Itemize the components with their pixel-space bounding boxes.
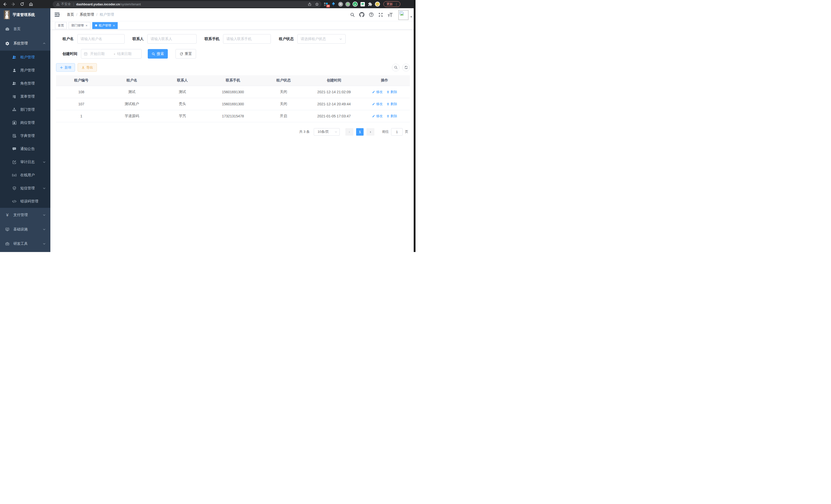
edit-link[interactable]: 修改 — [372, 102, 383, 106]
help-icon[interactable] — [369, 12, 374, 17]
user-avatar-menu[interactable]: ▾ — [398, 9, 412, 20]
next-page-button[interactable]: › — [366, 128, 374, 136]
mobile-input[interactable]: 请输入联系手机 — [223, 34, 271, 44]
calendar-icon — [84, 52, 88, 56]
extension-pixel-icon[interactable]: 10 — [323, 2, 328, 7]
breadcrumb-system[interactable]: 系统管理 — [80, 12, 94, 17]
sidebar-item-label: 支付管理 — [13, 213, 28, 217]
breadcrumb-home[interactable]: 首页 — [67, 12, 74, 17]
sidebar-item-home[interactable]: 首页 — [0, 22, 50, 36]
payment-yuan-icon: ¥ — [5, 213, 9, 217]
browser-home-icon[interactable] — [28, 2, 33, 7]
delete-link[interactable]: 删除 — [386, 114, 397, 118]
table-refresh-icon[interactable] — [402, 64, 410, 71]
sidebar-item-tenant-management[interactable]: 租户管理 — [0, 51, 50, 64]
extension-chat-icon[interactable] — [360, 2, 365, 7]
sidebar-item-post-management[interactable]: 岗位管理 — [0, 116, 50, 129]
browser-back-icon[interactable] — [2, 2, 7, 7]
sidebar-item-dictionary-management[interactable]: 字典管理 — [0, 129, 50, 142]
infrastructure-icon — [5, 227, 9, 232]
tenant-status-label: 租户状态 — [279, 36, 294, 41]
col-status: 租户状态 — [258, 75, 309, 86]
sidebar-collapse-icon[interactable] — [54, 12, 60, 18]
goto-page-input[interactable]: 1 — [391, 128, 403, 136]
sidebar-item-dev-tools[interactable]: 研发工具 — [0, 237, 50, 251]
create-time-range-picker[interactable]: 开始日期 - 结束日期 — [81, 49, 142, 59]
error-code-icon — [12, 200, 17, 203]
profile-avatar-icon[interactable] — [375, 2, 380, 7]
edit-link[interactable]: 修改 — [372, 90, 383, 94]
sidebar-item-user-management[interactable]: 用户管理 — [0, 64, 50, 77]
header-search-icon[interactable] — [350, 12, 355, 17]
search-button[interactable]: 搜索 — [148, 49, 168, 59]
close-icon[interactable]: × — [86, 24, 88, 27]
tab-tenant-management[interactable]: 租户管理 × — [92, 22, 118, 29]
sidebar-item-infrastructure[interactable]: 基础设施 — [0, 222, 50, 237]
edit-link[interactable]: 修改 — [372, 114, 383, 118]
tenant-table: 租户编号 租户名 联系人 联系手机 租户状态 创建时间 操作 108 测试 测试… — [56, 75, 410, 122]
sidebar-item-audit-log[interactable]: 审计日志 — [0, 155, 50, 169]
breadcrumb-separator: / — [96, 12, 97, 17]
col-actions: 操作 — [359, 75, 410, 86]
sidebar-item-label: 错误码管理 — [20, 199, 38, 204]
sidebar-item-department-management[interactable]: 部门管理 — [0, 103, 50, 116]
delete-link[interactable]: 删除 — [386, 102, 397, 106]
fullscreen-icon[interactable] — [378, 12, 383, 17]
tenant-status-select[interactable]: 请选择租户状态 — [297, 34, 346, 44]
browser-update-button[interactable]: 更新 ⋮ — [383, 1, 400, 7]
sidebar-item-label: 首页 — [13, 27, 21, 31]
add-button[interactable]: 新增 — [56, 63, 75, 72]
extensions-puzzle-icon[interactable] — [368, 2, 373, 7]
close-icon[interactable]: × — [113, 24, 115, 27]
avatar-broken-image-icon — [398, 10, 408, 20]
window-edge-strip — [414, 0, 416, 252]
github-icon[interactable] — [359, 12, 364, 17]
caret-down-icon[interactable]: ▾ — [410, 15, 412, 19]
contact-input[interactable]: 请输入联系人 — [147, 34, 197, 44]
tab-home[interactable]: 首页 — [55, 22, 67, 29]
tenant-name-input[interactable]: 请输入租户名 — [77, 34, 125, 44]
app-logo[interactable]: 芋道管理系统 — [0, 8, 50, 21]
browser-forward-icon[interactable] — [11, 2, 16, 7]
sidebar-item-label: 角色管理 — [20, 81, 35, 86]
audit-log-icon — [12, 160, 17, 164]
browser-menu-dots-icon[interactable]: ⋮ — [395, 2, 398, 6]
sidebar-item-sms-management[interactable]: 短信管理 — [0, 182, 50, 195]
page-size-select[interactable]: 10条/页 — [314, 128, 340, 136]
address-bar[interactable]: 不安全 dashboard.yudao.iocoder.cn/system/te… — [53, 1, 321, 7]
dashboard-icon — [5, 27, 9, 31]
prev-page-button[interactable]: ‹ — [345, 128, 353, 136]
font-size-icon[interactable] — [388, 12, 393, 17]
table-row: 107 测试租户 秃头 15601691300 关闭 2021-12-14 20… — [56, 98, 410, 110]
sidebar-item-notice-announcement[interactable]: 通知公告 — [0, 142, 50, 155]
table-search-toggle-icon[interactable] — [392, 64, 400, 71]
tab-department-management[interactable]: 部门管理 × — [68, 22, 90, 29]
extension-record-icon[interactable] — [345, 2, 350, 7]
create-time-label: 创建时间 — [62, 51, 77, 56]
sidebar-item-system-management[interactable]: 系统管理 — [0, 36, 50, 51]
sidebar-item-online-users[interactable]: 在线用户 — [0, 169, 50, 182]
omnibox-divider — [74, 3, 74, 6]
start-date-input[interactable]: 开始日期 — [90, 52, 112, 56]
dev-tools-icon — [5, 242, 9, 246]
security-warning-icon — [56, 3, 60, 6]
bookmark-star-icon[interactable] — [315, 2, 319, 6]
extension-y-icon[interactable]: y — [352, 2, 358, 7]
browser-reload-icon[interactable] — [20, 2, 25, 7]
share-icon[interactable] — [308, 2, 311, 6]
delete-link[interactable]: 删除 — [386, 90, 397, 94]
page-unit-label: 页 — [405, 129, 408, 134]
current-page[interactable]: 1 — [356, 128, 364, 136]
end-date-input[interactable]: 结束日期 — [117, 52, 139, 56]
chevron-down-icon — [42, 187, 46, 190]
reset-button[interactable]: 重置 — [175, 49, 196, 59]
sidebar-item-role-management[interactable]: 角色管理 — [0, 77, 50, 90]
goto-label: 前往 — [382, 129, 389, 134]
sidebar-item-menu-management[interactable]: 菜单管理 — [0, 90, 50, 103]
sidebar-item-label: 研发工具 — [13, 241, 28, 246]
extension-command-icon[interactable]: ⌘ — [338, 2, 343, 7]
sidebar-item-payment-management[interactable]: ¥ 支付管理 — [0, 208, 50, 222]
export-button[interactable]: 导出 — [78, 63, 97, 72]
extension-kite-icon[interactable] — [331, 2, 336, 7]
sidebar-item-error-code-management[interactable]: 错误码管理 — [0, 195, 50, 208]
